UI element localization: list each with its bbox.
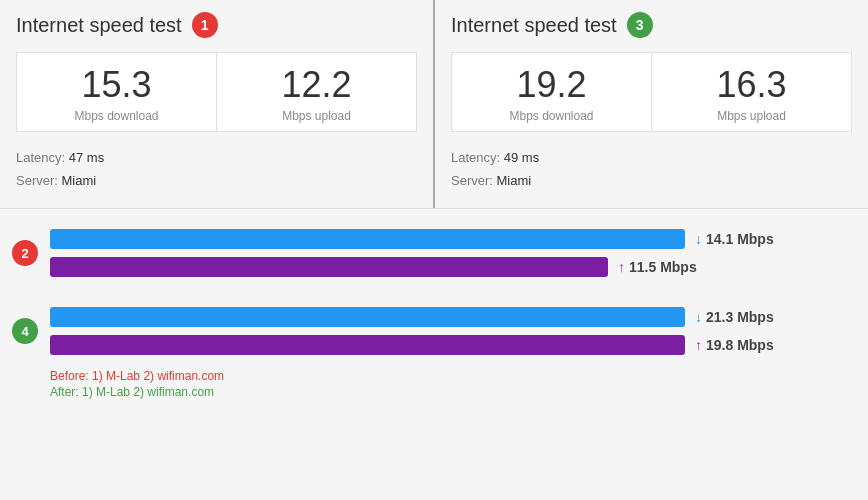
bar-group-2: 4 ↓ 21.3 Mbps ↑ 19.8 Mbps (50, 307, 828, 355)
panel-1-latency-value: 47 ms (69, 150, 104, 165)
panel-2-latency-value: 49 ms (504, 150, 539, 165)
bar-group-1-download-label: ↓ 14.1 Mbps (695, 231, 774, 247)
bar-group-2-upload-label: ↑ 19.8 Mbps (695, 337, 774, 353)
bar-group-1-upload-mbps: 11.5 Mbps (629, 259, 697, 275)
top-section: Internet speed test 1 15.3 Mbps download… (0, 0, 868, 209)
panel-2-server-value: Miami (497, 173, 532, 188)
panel-1-upload-box: 12.2 Mbps upload (216, 52, 417, 132)
panel-1-header: Internet speed test 1 (16, 12, 417, 38)
legend-after: After: 1) M-Lab 2) wifiman.com (50, 385, 828, 399)
panel-1-download-box: 15.3 Mbps download (16, 52, 216, 132)
bar-group-1-download-bar (50, 229, 685, 249)
bar-group-2-badge: 4 (12, 318, 38, 344)
panel-1: Internet speed test 1 15.3 Mbps download… (0, 0, 435, 208)
bar-group-2-upload-mbps: 19.8 Mbps (706, 337, 774, 353)
panel-2-download-value: 19.2 (460, 65, 643, 105)
panel-1-upload-label: Mbps upload (225, 109, 408, 123)
bar-group-2-download-mbps: 21.3 Mbps (706, 309, 774, 325)
panel-1-download-value: 15.3 (25, 65, 208, 105)
bar-group-2-download-row: ↓ 21.3 Mbps (50, 307, 828, 327)
panel-1-latency-label: Latency: (16, 150, 65, 165)
bar-group-2-download-label: ↓ 21.3 Mbps (695, 309, 774, 325)
panel-2-upload-label: Mbps upload (660, 109, 843, 123)
panel-2-upload-box: 16.3 Mbps upload (651, 52, 852, 132)
panel-2-latency-label: Latency: (451, 150, 500, 165)
legend-before: Before: 1) M-Lab 2) wifiman.com (50, 369, 828, 383)
panel-1-upload-value: 12.2 (225, 65, 408, 105)
panel-1-metrics: 15.3 Mbps download 12.2 Mbps upload (16, 52, 417, 132)
panel-2-upload-value: 16.3 (660, 65, 843, 105)
panel-1-info: Latency: 47 ms Server: Miami (16, 146, 417, 193)
bar-group-1-upload-row: ↑ 11.5 Mbps (50, 257, 828, 277)
bar-group-1-upload-bar (50, 257, 608, 277)
download-arrow-icon-2: ↓ (695, 309, 702, 325)
panel-1-server-value: Miami (62, 173, 97, 188)
panel-2-metrics: 19.2 Mbps download 16.3 Mbps upload (451, 52, 852, 132)
bar-group-2-upload-row: ↑ 19.8 Mbps (50, 335, 828, 355)
bar-group-2-upload-bar (50, 335, 685, 355)
bars-section: 2 ↓ 14.1 Mbps ↑ 11.5 Mbps 4 (0, 209, 868, 419)
download-arrow-icon: ↓ (695, 231, 702, 247)
panel-2: Internet speed test 3 19.2 Mbps download… (435, 0, 868, 208)
bar-group-1-badge: 2 (12, 240, 38, 266)
panel-2-download-box: 19.2 Mbps download (451, 52, 651, 132)
bar-group-1-download-mbps: 14.1 Mbps (706, 231, 774, 247)
bar-group-1-upload-label: ↑ 11.5 Mbps (618, 259, 697, 275)
panel-1-download-label: Mbps download (25, 109, 208, 123)
panel-1-server-label: Server: (16, 173, 58, 188)
panel-2-title: Internet speed test (451, 14, 617, 37)
panel-1-badge: 1 (192, 12, 218, 38)
panel-2-badge: 3 (627, 12, 653, 38)
panel-2-server-label: Server: (451, 173, 493, 188)
bar-group-2-container: ↓ 21.3 Mbps ↑ 19.8 Mbps (50, 307, 828, 355)
bar-group-2-download-bar (50, 307, 685, 327)
panel-2-header: Internet speed test 3 (451, 12, 852, 38)
upload-arrow-icon: ↑ (618, 259, 625, 275)
bar-group-1-download-row: ↓ 14.1 Mbps (50, 229, 828, 249)
legend: Before: 1) M-Lab 2) wifiman.com After: 1… (50, 369, 828, 399)
upload-arrow-icon-2: ↑ (695, 337, 702, 353)
panel-1-title: Internet speed test (16, 14, 182, 37)
bar-group-1: 2 ↓ 14.1 Mbps ↑ 11.5 Mbps (50, 229, 828, 277)
bar-group-1-container: ↓ 14.1 Mbps ↑ 11.5 Mbps (50, 229, 828, 277)
panel-2-download-label: Mbps download (460, 109, 643, 123)
panel-2-info: Latency: 49 ms Server: Miami (451, 146, 852, 193)
